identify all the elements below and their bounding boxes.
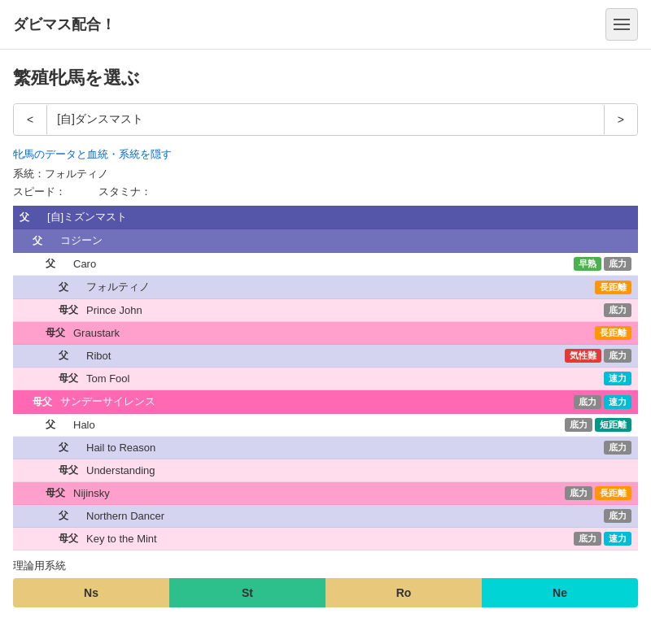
- mare-selector: < [自]ダンスマスト >: [13, 103, 638, 136]
- row-prefix: 父: [46, 257, 68, 271]
- pedigree-row: 母父Prince John底力: [13, 299, 638, 322]
- stats-row: スピード： スタミナ：: [13, 185, 638, 199]
- row-prefix: 母父: [59, 463, 81, 477]
- row-name: サンデーサイレンス: [60, 394, 574, 409]
- row-badges: 底力長距離: [565, 486, 631, 500]
- pedigree-row: 父Caro早熟底力: [13, 253, 638, 276]
- badge: 長距離: [595, 326, 631, 340]
- badge: 底力: [604, 509, 631, 523]
- system-bar: Ne: [482, 578, 638, 607]
- hamburger-icon: [614, 19, 630, 20]
- system-bar: St: [169, 578, 326, 607]
- badge: 底力: [574, 395, 601, 409]
- row-prefix: 母父: [59, 532, 81, 546]
- pedigree-row: 母父Graustark長距離: [13, 322, 638, 345]
- row-prefix: 母父: [46, 326, 68, 340]
- row-badges: 底力: [604, 441, 631, 455]
- row-name: [自]ミズンマスト: [47, 210, 631, 224]
- speed-label: スピード：: [13, 185, 66, 199]
- row-badges: 底力速力: [574, 395, 631, 409]
- hide-data-link[interactable]: 牝馬のデータと血統・系統を隠す: [13, 147, 638, 162]
- badge: 気性難: [565, 349, 601, 363]
- badge: 底力: [565, 486, 592, 500]
- row-name: Understanding: [86, 464, 631, 476]
- pedigree-row: 父Hail to Reason底力: [13, 437, 638, 459]
- pedigree-row: 母父Understanding: [13, 459, 638, 482]
- pedigree-row: 父[自]ミズンマスト: [13, 206, 638, 229]
- row-prefix: 父: [20, 211, 42, 224]
- pedigree-row: 母父Key to the Mint底力速力: [13, 528, 638, 550]
- row-badges: 長距離: [595, 326, 631, 340]
- row-name: Halo: [73, 419, 565, 431]
- pedigree-row: 父Ribot気性難底力: [13, 345, 638, 368]
- row-badges: 底力速力: [574, 532, 631, 546]
- pedigree-row: 父Halo底力短距離: [13, 414, 638, 437]
- badge: 底力: [604, 257, 631, 271]
- pedigree-row: 父コジーン: [13, 229, 638, 253]
- row-name: Ribot: [86, 350, 565, 362]
- lineage-info: 系統：フォルティノ: [13, 167, 638, 181]
- row-name: フォルティノ: [86, 280, 595, 294]
- mare-name: [自]ダンスマスト: [47, 104, 604, 135]
- badge: 底力: [604, 349, 631, 363]
- row-name: Graustark: [73, 327, 595, 339]
- pedigree-row: 母父Nijinsky底力長距離: [13, 482, 638, 505]
- stamina-label: スタミナ：: [98, 185, 151, 199]
- row-name: Northern Dancer: [86, 510, 604, 522]
- row-name: コジーン: [60, 233, 631, 248]
- row-name: Caro: [73, 258, 574, 270]
- pedigree-row: 母父Tom Fool速力: [13, 368, 638, 390]
- row-name: Prince John: [86, 304, 604, 316]
- badge: 速力: [604, 395, 631, 409]
- system-section: 理論用系統 NsStRoNe: [13, 559, 638, 607]
- row-name: Hail to Reason: [86, 442, 604, 454]
- page-title: 繁殖牝馬を選ぶ: [13, 66, 638, 90]
- row-prefix: 父: [59, 281, 81, 294]
- badge: 底力: [565, 418, 592, 432]
- row-name: Tom Fool: [86, 372, 604, 385]
- row-prefix: 父: [46, 418, 68, 432]
- badge: 早熟: [574, 257, 601, 271]
- next-mare-button[interactable]: >: [604, 105, 637, 134]
- pedigree-tree: 父[自]ミズンマスト父コジーン父Caro早熟底力父フォルティノ長距離母父Prin…: [13, 206, 638, 550]
- pedigree-row: 母父サンデーサイレンス底力速力: [13, 390, 638, 414]
- system-bars: NsStRoNe: [13, 578, 638, 607]
- row-badges: 底力: [604, 509, 631, 523]
- system-title: 理論用系統: [13, 559, 638, 573]
- badge: 長距離: [595, 281, 631, 294]
- row-prefix: 父: [59, 349, 81, 363]
- badge: 底力: [574, 532, 601, 546]
- row-badges: 速力: [604, 372, 631, 385]
- page-content: 繁殖牝馬を選ぶ < [自]ダンスマスト > 牝馬のデータと血統・系統を隠す 系統…: [0, 50, 651, 624]
- pedigree-row: 父Northern Dancer底力: [13, 505, 638, 528]
- hamburger-icon: [614, 24, 630, 25]
- row-prefix: 父: [59, 509, 81, 523]
- row-badges: 底力: [604, 303, 631, 317]
- row-badges: 長距離: [595, 281, 631, 294]
- badge: 速力: [604, 532, 631, 546]
- prev-mare-button[interactable]: <: [14, 105, 47, 134]
- badge: 速力: [604, 372, 631, 385]
- row-badges: 底力短距離: [565, 418, 631, 432]
- badge: 長距離: [595, 486, 631, 500]
- system-bar: Ro: [326, 578, 482, 607]
- row-name: Key to the Mint: [86, 533, 574, 545]
- badge: 底力: [604, 303, 631, 317]
- row-prefix: 父: [33, 234, 55, 248]
- row-name: Nijinsky: [73, 487, 565, 499]
- badge: 底力: [604, 441, 631, 455]
- badge: 短距離: [595, 418, 631, 432]
- row-prefix: 母父: [46, 486, 68, 500]
- app-title: ダビマス配合！: [13, 15, 116, 34]
- row-badges: 早熟底力: [574, 257, 631, 271]
- system-bar: Ns: [13, 578, 169, 607]
- row-prefix: 母父: [33, 395, 55, 409]
- row-prefix: 母父: [59, 372, 81, 385]
- hamburger-icon: [614, 28, 630, 30]
- row-badges: 気性難底力: [565, 349, 631, 363]
- row-prefix: 父: [59, 441, 81, 455]
- hamburger-button[interactable]: [605, 8, 638, 41]
- row-prefix: 母父: [59, 303, 81, 317]
- header: ダビマス配合！: [0, 0, 651, 50]
- pedigree-row: 父フォルティノ長距離: [13, 276, 638, 299]
